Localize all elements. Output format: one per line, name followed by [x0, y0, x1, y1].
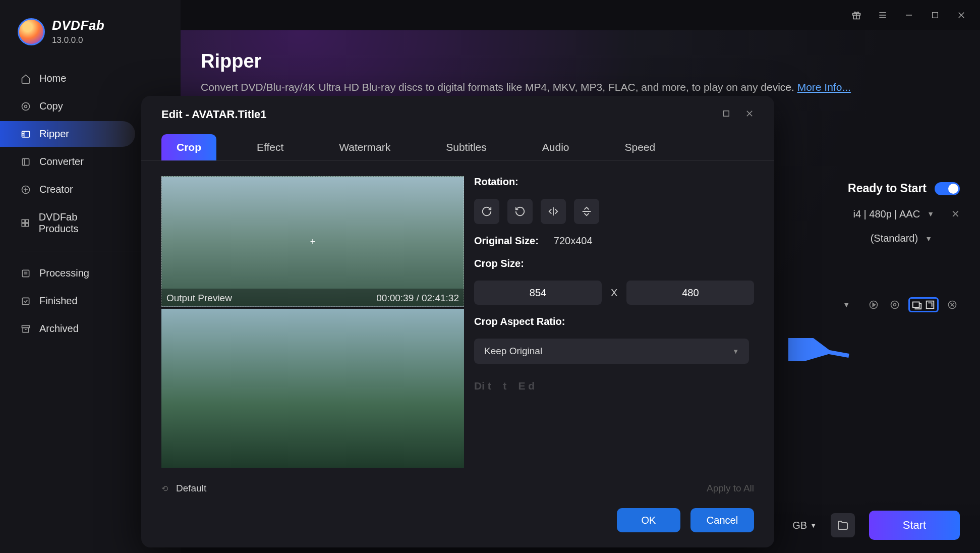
- finished-icon: [20, 296, 31, 307]
- tab-crop[interactable]: Crop: [161, 134, 216, 160]
- sidebar-item-processing[interactable]: Processing: [0, 260, 135, 286]
- gift-icon[interactable]: [850, 9, 862, 21]
- profile-dropdown-caret[interactable]: ▼: [925, 235, 932, 243]
- crop-aspect-dropdown[interactable]: Keep Original ▼: [474, 339, 749, 364]
- close-icon[interactable]: [955, 9, 967, 21]
- actions-more-caret[interactable]: ▼: [843, 301, 850, 309]
- format-label: i4 | 480p | AAC: [853, 208, 920, 220]
- remove-item-icon[interactable]: ✕: [951, 208, 960, 220]
- copy-icon: [20, 101, 31, 112]
- crop-size-label: Crop Size:: [474, 258, 749, 269]
- profile-label: (Standard): [871, 233, 918, 244]
- sidebar-item-label: Copy: [39, 100, 63, 112]
- play-icon[interactable]: [866, 297, 881, 312]
- ok-button[interactable]: OK: [617, 508, 680, 532]
- rotate-cw-button[interactable]: [474, 199, 499, 224]
- svg-rect-35: [724, 110, 729, 116]
- sidebar-item-ripper[interactable]: Ripper: [0, 121, 135, 147]
- brand: DVDFab 13.0.0.0: [0, 13, 181, 58]
- output-folder-button[interactable]: [831, 513, 855, 537]
- sidebar-item-finished[interactable]: Finished: [0, 288, 135, 314]
- more-info-link[interactable]: More Info...: [797, 81, 851, 93]
- start-button[interactable]: Start: [869, 511, 960, 540]
- next-section-partial: Di t t E d: [474, 375, 749, 392]
- maximize-icon[interactable]: [929, 9, 941, 21]
- timecode: 00:00:39 / 02:41:32: [376, 293, 459, 304]
- brand-logo-icon: [18, 18, 45, 45]
- original-size-value: 720x404: [554, 235, 593, 247]
- archived-icon: [20, 323, 31, 335]
- svg-rect-24: [23, 327, 29, 332]
- brand-name: DVDFab: [52, 18, 104, 33]
- ready-toggle[interactable]: [935, 182, 960, 195]
- products-icon: [20, 217, 31, 229]
- crop-preview-output: [161, 309, 464, 468]
- edit-crop-highlighted[interactable]: [908, 297, 939, 312]
- crop-width-input[interactable]: [474, 281, 602, 305]
- rotate-ccw-button[interactable]: [507, 199, 533, 224]
- sidebar-item-label: Processing: [39, 267, 89, 279]
- sidebar-item-creator[interactable]: Creator: [0, 177, 135, 202]
- reset-icon[interactable]: ⟲: [161, 484, 168, 493]
- rotation-label: Rotation:: [474, 176, 749, 188]
- tab-speed[interactable]: Speed: [609, 134, 670, 160]
- home-icon: [20, 73, 31, 84]
- brand-version: 13.0.0.0: [52, 35, 104, 45]
- svg-rect-6: [933, 13, 938, 18]
- tab-watermark[interactable]: Watermark: [324, 134, 406, 160]
- apply-to-all-button[interactable]: Apply to All: [707, 483, 754, 494]
- tab-audio[interactable]: Audio: [527, 134, 585, 160]
- format-dropdown-caret[interactable]: ▼: [927, 210, 934, 218]
- ripper-icon: [20, 129, 31, 140]
- size-x-separator: X: [611, 287, 617, 299]
- sidebar-item-label: DVDFab Products: [39, 211, 115, 235]
- svg-rect-18: [26, 224, 29, 227]
- original-size-label: Original Size:: [474, 235, 539, 247]
- annotation-arrow-icon: [788, 338, 854, 361]
- svg-rect-30: [927, 301, 934, 309]
- flip-vertical-button[interactable]: [574, 199, 599, 224]
- output-size-dropdown[interactable]: GB▼: [792, 520, 817, 531]
- minimize-icon[interactable]: [903, 9, 915, 21]
- crop-height-input[interactable]: [626, 281, 754, 305]
- tab-subtitles[interactable]: Subtitles: [431, 134, 502, 160]
- creator-icon: [20, 184, 31, 195]
- sidebar-item-archived[interactable]: Archived: [0, 316, 135, 342]
- sidebar-item-home[interactable]: Home: [0, 66, 135, 91]
- processing-icon: [20, 268, 31, 279]
- flip-horizontal-button[interactable]: [541, 199, 566, 224]
- svg-rect-15: [22, 219, 25, 223]
- dialog-maximize-icon[interactable]: [722, 109, 731, 121]
- sidebar-item-label: Archived: [39, 323, 79, 335]
- edit-dialog: Edit - AVATAR.Title1 Crop Effect Waterma…: [141, 96, 774, 547]
- settings-icon[interactable]: [887, 297, 902, 312]
- crop-aspect-label: Crop Aspect Ratio:: [474, 316, 749, 327]
- svg-point-10: [25, 105, 27, 107]
- svg-rect-11: [22, 131, 30, 137]
- sidebar-item-label: Home: [39, 73, 66, 84]
- dialog-title: Edit - AVATAR.Title1: [161, 108, 267, 121]
- output-preview-label: Output Preview: [166, 293, 232, 304]
- sidebar-item-products[interactable]: DVDFab Products: [0, 204, 135, 242]
- cancel-button[interactable]: Cancel: [690, 508, 754, 532]
- default-label[interactable]: Default: [176, 483, 206, 494]
- dialog-close-icon[interactable]: [745, 109, 754, 121]
- svg-rect-29: [913, 302, 919, 308]
- svg-rect-22: [22, 298, 29, 304]
- sidebar-item-label: Ripper: [39, 128, 69, 140]
- svg-line-34: [793, 346, 849, 356]
- sidebar-item-converter[interactable]: Converter: [0, 149, 135, 175]
- menu-icon[interactable]: [877, 9, 889, 21]
- tab-effect[interactable]: Effect: [242, 134, 299, 160]
- sidebar-item-label: Finished: [39, 295, 78, 307]
- svg-rect-17: [22, 224, 25, 227]
- page-title: Ripper: [201, 50, 960, 72]
- sidebar-item-label: Converter: [39, 156, 84, 168]
- page-description: Convert DVD/Blu-ray/4K Ultra HD Blu-ray …: [201, 81, 960, 93]
- crop-preview-source[interactable]: [161, 176, 464, 307]
- svg-rect-16: [26, 219, 29, 223]
- chevron-down-icon: ▼: [732, 348, 739, 355]
- delete-icon[interactable]: [945, 297, 960, 312]
- sidebar-item-label: Creator: [39, 184, 73, 195]
- sidebar-item-copy[interactable]: Copy: [0, 93, 135, 119]
